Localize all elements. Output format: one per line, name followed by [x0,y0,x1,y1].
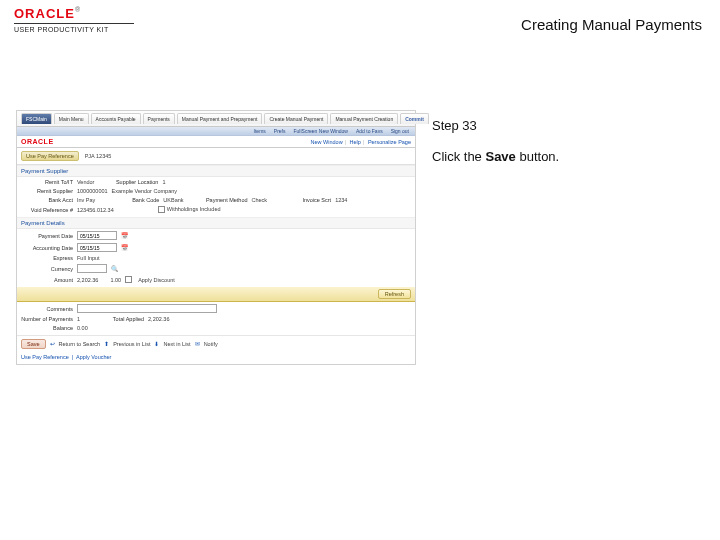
lbl-balance: Balance [21,325,73,331]
refresh-button[interactable]: Refresh [378,289,411,299]
footer-note: Use Pay Reference | Apply Voucher [17,352,415,364]
sublink[interactable]: Items [252,128,268,134]
link-personalize[interactable]: Personalize Page [368,139,411,145]
lbl-accounting-date: Accounting Date [21,245,73,251]
context-bar: Use Pay Reference PJA 12345 [17,148,415,165]
link-help[interactable]: Help [350,139,361,145]
return-to-search-link[interactable]: Return to Search [59,341,101,347]
val-rate: 1.00 [110,277,121,283]
lbl-payment-date: Payment Date [21,233,73,239]
input-currency[interactable] [77,264,107,273]
lbl-remit-supplier: Remit Supplier [21,188,73,194]
section-payment-details: Payment Details Payment Date📅 Accounting… [17,217,415,335]
sublink[interactable]: Add to Favs [354,128,385,134]
step-label: Step 33 [432,118,702,133]
brand-block: ORACLE® USER PRODUCTIVITY KIT [14,6,134,33]
save-button[interactable]: Save [21,339,46,349]
withholdings-checkbox[interactable] [158,206,165,213]
brand-divider [14,23,134,24]
app-brand-bar: ORACLE New Window| Help| Personalize Pag… [17,136,415,148]
val-void-ref: 123456.012.34 [77,207,114,213]
val-num-payments: 1 [77,316,80,322]
val-bank-acct: Inv Pay [77,197,95,203]
val-remit: Vendor [77,179,94,185]
val-express: Full Input [77,255,100,261]
lbl-express: Express [21,255,73,261]
lbl-total-applied: Total Applied [92,316,144,322]
breadcrumb-item[interactable]: Manual Payment Creation [330,113,398,124]
lookup-icon[interactable]: 🔍 [111,265,118,272]
val-total-applied: 2,202.36 [148,316,169,322]
sublink[interactable]: FullScreen New Window [291,128,349,134]
lbl-void-ref: Void Reference # [21,207,73,213]
lbl-pay-method: Payment Method [196,197,248,203]
link-new-window[interactable]: New Window [311,139,343,145]
val-supplier-loc: 1 [162,179,165,185]
return-icon[interactable]: ↩︎ [50,341,55,347]
footer-note-link[interactable]: Use Pay Reference [21,354,69,360]
lbl-bank-code: Bank Code [107,197,159,203]
breadcrumb-item[interactable]: Main Menu [54,113,89,124]
context-value: PJA 12345 [85,153,112,159]
section-title: Payment Details [17,218,415,229]
lbl-num-payments: Number of Payments [21,316,73,322]
input-payment-date[interactable] [77,231,117,240]
oracle-screenshot-panel: FSCMain Main Menu Accounts Payable Payme… [16,110,416,365]
val-balance: 0.00 [77,325,88,331]
trademark-icon: ® [75,6,81,13]
notify-link[interactable]: Notify [204,341,218,347]
lbl-invoice-srt: Invoice Scrt [279,197,331,203]
form-footer-bar: Save ↩︎ Return to Search ⬆︎ Previous in … [17,335,415,352]
lbl-apply-discount: Apply Discount [138,277,175,283]
prev-icon[interactable]: ⬆︎ [104,341,109,347]
calendar-icon[interactable]: 📅 [121,244,128,251]
details-action-bar: Refresh [17,287,415,302]
sub-links-bar: Items Prefs FullScreen New Window Add to… [17,127,415,136]
next-icon[interactable]: ⬇︎ [154,341,159,347]
lbl-supplier-loc: Supplier Location [106,179,158,185]
calendar-icon[interactable]: 📅 [121,232,128,239]
app-logo: ORACLE [21,138,54,145]
breadcrumb-root[interactable]: FSCMain [21,113,52,124]
footer-note-rest: Apply Voucher [76,354,111,360]
lbl-bank-acct: Bank Acct [21,197,73,203]
val-invoice-srt: 1234 [335,197,347,203]
lbl-comments: Comments [21,306,73,312]
lbl-currency: Currency [21,266,73,272]
breadcrumb-item[interactable]: Manual Payment and Prepayment [177,113,263,124]
brand-name: ORACLE® [14,6,81,21]
val-amount: 2,202.36 [77,277,98,283]
next-in-list-link[interactable]: Next in List [163,341,190,347]
input-comments[interactable] [77,304,217,313]
sublink[interactable]: Sign out [389,128,411,134]
breadcrumb: FSCMain Main Menu Accounts Payable Payme… [17,111,415,127]
lbl-withholdings: Withholdings Included [167,206,221,212]
prev-in-list-link[interactable]: Previous in List [113,341,150,347]
section-title: Payment Supplier [17,166,415,177]
page-title: Creating Manual Payments [521,6,706,33]
breadcrumb-item[interactable]: Create Manual Payment [264,113,328,124]
apply-discount-checkbox[interactable] [125,276,132,283]
context-chip[interactable]: Use Pay Reference [21,151,79,161]
val-pay-method: Check [252,197,268,203]
breadcrumb-item[interactable]: Payments [143,113,175,124]
val-bank-code: UKBank [163,197,183,203]
section-payment-supplier: Payment Supplier Remit To/ITVendor Suppl… [17,165,415,217]
brand-subtitle: USER PRODUCTIVITY KIT [14,26,109,33]
step-instruction: Click the Save button. [432,149,702,164]
lbl-amount: Amount [21,277,73,283]
sublink[interactable]: Prefs [272,128,288,134]
breadcrumb-current[interactable]: Commit [400,113,429,124]
save-target-word: Save [485,149,515,164]
lbl-remit: Remit To/IT [21,179,73,185]
notify-icon[interactable]: ✉︎ [195,341,200,347]
val-remit-supplier: 1000000001 [77,188,108,194]
input-accounting-date[interactable] [77,243,117,252]
breadcrumb-item[interactable]: Accounts Payable [91,113,141,124]
val-remit-supplier-extra: Example Vendor Company [112,188,177,194]
